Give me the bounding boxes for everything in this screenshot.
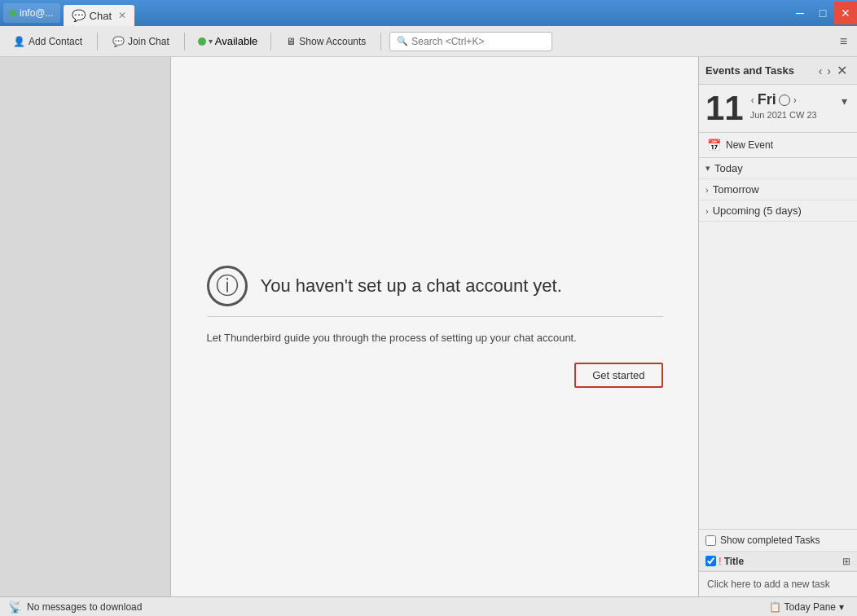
status-label: Available [215, 35, 258, 47]
get-started-button[interactable]: Get started [574, 363, 662, 388]
upcoming-expand-icon: › [705, 206, 709, 216]
status-area[interactable]: ▾ Available [193, 33, 263, 50]
date-section: 11 ‹ Fri › Jun 2021 CW 23 ▾ [699, 85, 857, 133]
tomorrow-section: › Tomorrow [699, 179, 857, 200]
show-completed-label: Show completed Tasks [720, 535, 820, 546]
search-input[interactable] [411, 36, 545, 47]
tasks-sort-button[interactable]: ⊞ [842, 556, 850, 567]
date-next-button[interactable]: › [793, 94, 798, 107]
date-circle-icon [779, 95, 790, 106]
account-tab[interactable]: info@... [3, 3, 60, 23]
join-chat-icon: 💬 [112, 36, 125, 47]
tomorrow-expand-icon: › [705, 185, 709, 195]
today-section-header[interactable]: ▾ Today [699, 158, 857, 178]
account-dot [10, 10, 16, 16]
close-button[interactable]: ✕ [834, 2, 857, 24]
panel-title: Events and Tasks [705, 64, 816, 77]
new-event-icon: 📅 [707, 139, 721, 152]
today-pane-label: Today Pane [784, 601, 836, 613]
show-accounts-icon: 🖥 [286, 36, 296, 47]
today-pane-icon: 📋 [769, 601, 781, 613]
tasks-header: ! Title ⊞ [699, 552, 857, 571]
date-number: 11 [705, 91, 744, 125]
hamburger-menu-button[interactable]: ≡ [837, 31, 850, 52]
title-bar: info@... 💬 Chat ✕ ─ □ ✕ [0, 0, 857, 26]
events-spacer [699, 222, 857, 385]
today-pane-arrow: ▾ [839, 601, 844, 613]
status-bar-icon: 📡 [8, 601, 22, 614]
toolbar-separator-2 [184, 33, 185, 51]
today-section: ▾ Today [699, 158, 857, 179]
info-icon: ⓘ [207, 266, 248, 306]
today-expand-icon: ▾ [705, 163, 710, 174]
chat-tab-icon: 💬 [72, 9, 86, 22]
status-arrow-icon: ▾ [209, 37, 213, 46]
title-bar-left: info@... 💬 Chat ✕ [0, 2, 789, 24]
chat-area: ⓘ You haven't set up a chat account yet.… [171, 57, 698, 596]
panel-prev-button[interactable]: ‹ [816, 64, 825, 78]
add-task-button[interactable]: Click here to add a new task [699, 571, 857, 596]
date-day-row: ‹ Fri › [750, 91, 817, 108]
panel-header: Events and Tasks ‹ › ✕ [699, 57, 857, 85]
tomorrow-label: Tomorrow [713, 183, 759, 196]
date-info: ‹ Fri › Jun 2021 CW 23 [750, 91, 817, 120]
status-bar: 📡 No messages to download 📋 Today Pane ▾ [0, 596, 857, 616]
show-accounts-button[interactable]: 🖥 Show Accounts [279, 33, 372, 50]
tasks-title-col: Title [724, 556, 842, 567]
status-dot [198, 37, 206, 46]
panel-next-button[interactable]: › [824, 64, 833, 78]
search-box[interactable]: 🔍 [389, 32, 552, 51]
toolbar-separator-1 [97, 33, 98, 51]
tasks-header-checkbox[interactable] [705, 556, 716, 566]
get-started-wrapper: Get started [207, 363, 663, 388]
upcoming-section: › Upcoming (5 days) [699, 200, 857, 222]
sidebar [0, 57, 171, 596]
chat-tab-label: Chat [90, 10, 112, 22]
toolbar-separator-3 [270, 33, 271, 51]
date-dropdown-button[interactable]: ▾ [838, 91, 850, 111]
info-desc: Let Thunderbird guide you through the pr… [207, 330, 663, 346]
today-pane-button[interactable]: 📋 Today Pane ▾ [764, 600, 849, 614]
add-contact-label: Add Contact [29, 36, 82, 47]
tasks-priority-icon: ! [719, 555, 722, 567]
account-label: info@... [20, 7, 54, 19]
date-sub: Jun 2021 CW 23 [750, 110, 817, 120]
panel-close-button[interactable]: ✕ [833, 62, 850, 79]
join-chat-button[interactable]: 💬 Join Chat [106, 33, 176, 50]
show-completed-checkbox[interactable] [705, 535, 716, 546]
tomorrow-section-header[interactable]: › Tomorrow [699, 179, 857, 200]
restore-button[interactable]: □ [811, 2, 834, 24]
main-area: ⓘ You haven't set up a chat account yet.… [0, 57, 857, 596]
chat-tab[interactable]: 💬 Chat ✕ [64, 5, 134, 26]
upcoming-section-header[interactable]: › Upcoming (5 days) [699, 200, 857, 221]
tab-close-icon[interactable]: ✕ [118, 10, 126, 21]
toolbar: 👤 Add Contact 💬 Join Chat ▾ Available 🖥 … [0, 26, 857, 57]
info-title-row: ⓘ You haven't set up a chat account yet. [207, 266, 663, 317]
status-bar-message: No messages to download [27, 601, 764, 613]
date-prev-button[interactable]: ‹ [750, 94, 755, 107]
info-title: You haven't set up a chat account yet. [261, 275, 562, 297]
toolbar-separator-4 [380, 33, 381, 51]
today-label: Today [714, 162, 743, 174]
events-tasks-panel: Events and Tasks ‹ › ✕ 11 ‹ Fri › Jun 20… [698, 57, 857, 596]
tasks-area [699, 222, 857, 530]
add-contact-button[interactable]: 👤 Add Contact [7, 33, 89, 50]
search-icon: 🔍 [397, 36, 408, 46]
minimize-button[interactable]: ─ [789, 2, 811, 24]
new-event-label: New Event [726, 139, 773, 151]
date-day: Fri [758, 91, 776, 108]
add-contact-icon: 👤 [13, 36, 25, 47]
show-accounts-label: Show Accounts [299, 36, 366, 47]
join-chat-label: Join Chat [128, 36, 169, 47]
title-bar-controls: ─ □ ✕ [789, 2, 857, 24]
new-event-button[interactable]: 📅 New Event [699, 133, 857, 158]
show-completed-row: Show completed Tasks [699, 530, 857, 552]
upcoming-label: Upcoming (5 days) [713, 205, 802, 217]
info-box: ⓘ You haven't set up a chat account yet.… [207, 266, 663, 388]
